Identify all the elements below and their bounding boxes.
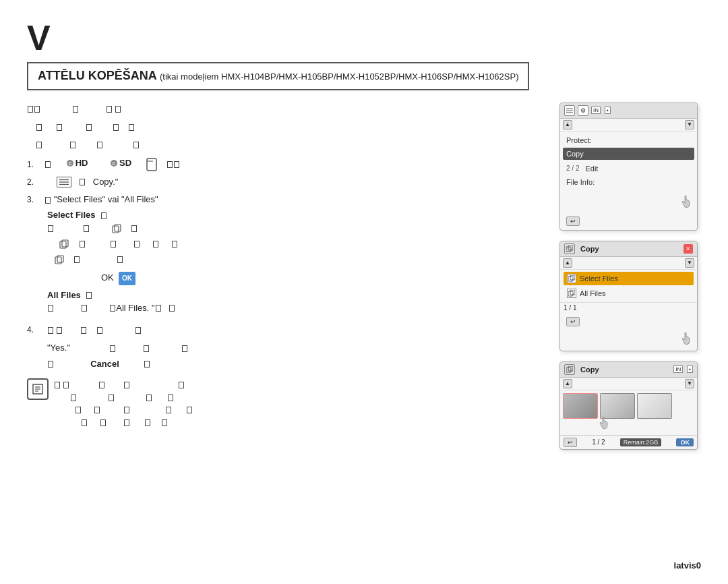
step-3-num: 3. — [27, 195, 40, 204]
battery-badge-panel3: ▪ — [687, 366, 693, 373]
page-container: V ATTĒLU KOPĒŠANA (tikai modeļiem HMX-H1… — [0, 0, 728, 584]
step-2-content: Copy." — [44, 175, 546, 189]
panel-thumbs-up[interactable]: ▲ — [563, 379, 572, 388]
panel-thumbs-header: Copy IN ▪ — [560, 362, 697, 378]
select-files-icon — [567, 274, 576, 283]
step-1-num: 1. — [27, 160, 40, 169]
all-files-option[interactable]: All Files — [564, 287, 694, 300]
step-1: 1. C HD C SD — [27, 156, 546, 172]
svg-text:C: C — [68, 161, 71, 166]
step-4-num: 4. — [27, 325, 40, 334]
panel-menu: ⚙ IN ▪ ▲ ▼ Protect: Copy 2 / 2 Edit F — [559, 103, 698, 231]
content-area: 1. C HD C SD — [27, 103, 701, 450]
finger-cursor-2 — [560, 330, 697, 351]
panel-thumbs-down[interactable]: ▼ — [685, 379, 694, 388]
panel-copy: Copy ✕ ▲ ▼ Select Files — [559, 241, 698, 351]
panel-thumbs-footer: ↩ 1 / 2 Remain:2GB OK — [560, 435, 697, 449]
all-files-icon — [567, 289, 576, 298]
thumb-1[interactable] — [563, 393, 598, 419]
intro-text — [27, 103, 546, 116]
svg-rect-4 — [147, 158, 156, 171]
protect-row: Protect: — [563, 134, 694, 146]
panel-copy-header: Copy ✕ — [560, 241, 697, 257]
all-files-label: All Files — [47, 290, 81, 300]
panel-menu-down[interactable]: ▼ — [685, 120, 694, 129]
all-files-text: All Files — [580, 289, 606, 297]
remain-badge: Remain:2GB — [620, 438, 662, 446]
copy-row[interactable]: Copy — [563, 148, 694, 160]
intro-text2 — [27, 120, 546, 134]
section-letter: V — [27, 20, 701, 55]
gear-tab-icon: ⚙ — [578, 105, 588, 116]
note-icon — [27, 378, 49, 400]
panel-copy-body: Select Files All Files — [560, 270, 697, 302]
panel-menu-header: ⚙ IN ▪ — [560, 103, 697, 119]
select-files-label: Select Files — [47, 210, 96, 220]
panel-menu-up[interactable]: ▲ — [563, 120, 572, 129]
thumbs-panel-title: Copy — [580, 366, 599, 374]
main-title: ATTĒLU KOPĒŠANA (tikai modeļiem HMX-H104… — [27, 62, 529, 90]
svg-text:C: C — [112, 161, 115, 166]
finger-area — [560, 421, 697, 435]
intro-text3 — [27, 138, 546, 151]
select-files-option[interactable]: Select Files — [564, 272, 694, 285]
thumbs-panel-icon — [564, 364, 575, 375]
step-4-yes: "Yes." — [47, 340, 546, 355]
close-button[interactable]: ✕ — [684, 244, 693, 254]
panel-menu-back: ↩ — [560, 212, 697, 230]
menu-tab-icon — [564, 105, 575, 116]
panel-copy-footer: 1 / 1 — [560, 302, 697, 313]
back-button-2[interactable]: ↩ — [566, 317, 580, 326]
panel-menu-page: 2 / 2 Edit — [563, 161, 694, 176]
step-4-content — [44, 322, 546, 337]
panel-copy-back: ↩ — [560, 313, 697, 330]
fileinfo-row: File Info: — [563, 176, 694, 188]
battery-tab-icon: ▪ — [605, 107, 611, 114]
select-files-text: Select Files — [580, 274, 618, 283]
note-text — [54, 378, 193, 429]
copy-panel-title: Copy — [580, 245, 599, 253]
in-badge-panel3: IN — [673, 366, 683, 373]
step-2-num: 2. — [27, 177, 40, 187]
in-tab-icon: IN — [591, 107, 601, 114]
step-4-cancel: Cancel — [47, 356, 546, 372]
all-files-section: All Files All Files. " — [47, 290, 546, 316]
step-2: 2. Copy." — [27, 175, 546, 189]
step-1-content: C HD C SD — [44, 156, 546, 172]
back-button-3[interactable]: ↩ — [564, 438, 577, 447]
edit-row: Edit — [582, 163, 691, 175]
panel-menu-body: Protect: Copy 2 / 2 Edit File Info: — [560, 132, 697, 192]
back-button-1[interactable]: ↩ — [566, 216, 580, 226]
panel-copy-down[interactable]: ▼ — [685, 258, 694, 268]
copy-panel-icon — [564, 243, 575, 254]
panel-copy-up[interactable]: ▲ — [563, 258, 572, 268]
finger-cursor-1 — [560, 192, 697, 212]
panel-thumbs: Copy IN ▪ ▲ ▼ — [559, 361, 698, 450]
thumb-3[interactable] — [637, 393, 672, 419]
ok-label: OK — [101, 272, 114, 283]
thumb-grid — [560, 390, 697, 421]
step-3: 3. "Select Files" vai "All Files" — [27, 192, 546, 207]
select-files-section: Select Files — [47, 210, 546, 286]
right-panels: ⚙ IN ▪ ▲ ▼ Protect: Copy 2 / 2 Edit F — [559, 103, 701, 450]
step-3-content: "Select Files" vai "All Files" — [44, 192, 546, 207]
left-content: 1. C HD C SD — [27, 103, 546, 450]
bottom-nav: latvis0 — [674, 560, 701, 571]
step-4: 4. — [27, 322, 546, 337]
ok-badge: OK — [119, 272, 135, 285]
panel-ok-button[interactable]: OK — [676, 438, 694, 446]
note-box — [27, 378, 546, 429]
